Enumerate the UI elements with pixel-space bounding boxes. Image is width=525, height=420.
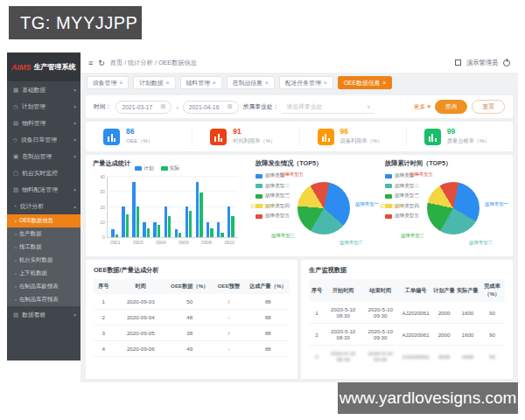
kpi-label: 时间利用率（%）	[233, 137, 276, 145]
chevron-icon: ▾	[74, 88, 76, 93]
bar	[196, 182, 199, 237]
close-icon[interactable]: ×	[213, 80, 216, 86]
bar	[231, 216, 234, 238]
sidebar-item[interactable]: ▦基础数据▾	[7, 81, 80, 98]
bar	[200, 192, 202, 237]
table-cell: 88	[247, 294, 290, 310]
sidebar-item[interactable]: ▢机台实时监控	[7, 164, 80, 181]
watermark-top-left: TG: MYYJJPP	[9, 6, 142, 39]
bar-chart-panel: 产量达成统计 计划实际 010203040 090109030904090609…	[93, 159, 248, 255]
table-cell: 2	[309, 324, 325, 346]
monitor-icon: ▢	[13, 170, 18, 177]
bar	[116, 234, 118, 238]
search-button[interactable]: 查询	[435, 100, 468, 114]
tab-label: OEE数据信息	[344, 79, 381, 88]
pie-chart-title: 故障累计时间（TOP5）	[385, 159, 508, 168]
sidebar-item[interactable]: ◔统计分析▴	[7, 198, 80, 214]
close-icon[interactable]: ×	[324, 80, 327, 86]
bar	[126, 214, 129, 237]
table-cell: 49	[168, 341, 211, 357]
kpi-row: 86OEE（%）91时间利用率（%）96设备利用率（%）99质量合格率（%）	[86, 122, 513, 151]
kpi-card-item: 91时间利用率（%）	[192, 127, 299, 146]
close-icon[interactable]: ×	[265, 80, 269, 86]
table-cell: 2020-09-05	[113, 326, 168, 341]
sidebar-item[interactable]: ◇设备日常管理▾	[7, 131, 80, 148]
refresh-icon[interactable]: ↻	[98, 59, 105, 67]
kpi-card-item: 86OEE（%）	[86, 127, 192, 146]
topbar: ≡ ↻ 首页 / 统计分析 / OEE数据信息 演示管理员	[80, 52, 518, 74]
sidebar-item[interactable]: ▨数据看板▾	[7, 306, 80, 323]
close-icon[interactable]: ×	[165, 80, 169, 86]
bar	[132, 182, 135, 237]
tab-label: 计划数据	[139, 79, 163, 88]
sidebar-subitem-label: 在制品库存报表	[19, 296, 59, 304]
tab-配送任务管理[interactable]: 配送任务管理×	[279, 76, 333, 89]
tab-计划数据[interactable]: 计划数据×	[133, 76, 175, 89]
sidebar-subitem[interactable]: ▫上下机数据	[7, 267, 80, 280]
bar	[136, 206, 139, 237]
bar-group	[228, 206, 234, 237]
date-start-input[interactable]: 2021-03-17 ⊞	[116, 101, 172, 114]
sidebar-item[interactable]: ▣在制品管理▾	[7, 148, 80, 164]
table-cell: 2000	[432, 346, 456, 368]
reset-button[interactable]: 重置	[472, 100, 505, 114]
sidebar-subitem[interactable]: ▫在制品库存报表	[7, 293, 80, 306]
table-cell: 38	[168, 326, 211, 341]
table-cell: 2020-5-10 09:30	[361, 346, 399, 368]
pie-slice-label: 故障类型四	[250, 203, 274, 209]
legend-item: 实际	[161, 164, 180, 172]
tab-在制品信息[interactable]: 在制品信息×	[227, 76, 275, 89]
table-cell: 2020-5-10 09:30	[361, 302, 399, 324]
bar	[178, 233, 181, 237]
dept-select-placeholder: 请选择事业处	[286, 102, 322, 111]
grid-icon: ▦	[13, 87, 18, 94]
table-cell: 3	[94, 326, 113, 341]
tab-label: 配送任务管理	[285, 79, 321, 88]
table-cell: 1600	[456, 302, 480, 324]
bar-group	[143, 222, 150, 238]
sidebar-subitem[interactable]: ▫报工数据	[7, 241, 80, 254]
time-filter-label: 时间：	[94, 102, 111, 111]
tab-OEE数据信息[interactable]: OEE数据信息×	[338, 76, 393, 89]
legend-swatch	[135, 166, 142, 171]
user-name[interactable]: 演示管理员	[466, 59, 498, 67]
date-end-input[interactable]: 2021-04-16 ⊞	[183, 101, 239, 114]
chevron-icon: ▾	[74, 137, 76, 143]
table-row: 32020-5-10 08:302020-5-10 09:30AJ2020061…	[309, 346, 505, 368]
collapse-sidebar-icon[interactable]: ≡	[88, 59, 93, 67]
close-icon[interactable]: ×	[382, 80, 386, 86]
sidebar-subitem[interactable]: ▫生产数据	[7, 228, 80, 241]
calendar-icon: ⊞	[161, 103, 166, 110]
kpi-value: 96	[340, 128, 383, 136]
x-tick-label: 0910	[224, 240, 234, 245]
column-header: 达成产量（%）	[247, 279, 290, 294]
table-cell: 1600	[456, 324, 480, 346]
dept-filter-label: 所属事业处：	[243, 102, 279, 111]
table-cell: 90	[480, 346, 505, 368]
dept-select[interactable]: 请选择事业处 ∨	[283, 101, 374, 114]
kpi-card-item: 99质量合格率（%）	[407, 127, 513, 146]
close-icon[interactable]: ×	[119, 80, 122, 86]
oee-table-title: OEE数据/产量达成分析	[94, 266, 290, 275]
y-tick-label: 20	[100, 205, 105, 210]
sidebar-subitem[interactable]: ▫OEE数据信息	[7, 214, 80, 228]
tab-label: 辅料管理	[186, 79, 210, 88]
fullscreen-icon[interactable]	[455, 60, 461, 66]
logout-power-icon[interactable]	[503, 60, 510, 66]
more-filters-button[interactable]: 更多 ▾	[414, 102, 430, 111]
sidebar-item-label: 统计分析	[20, 202, 44, 211]
pie-slice-label: 故障类型三	[271, 233, 295, 239]
column-header: OEE预警	[211, 279, 246, 294]
y-tick-label: 30	[100, 189, 105, 194]
tab-设备管理[interactable]: 设备管理×	[87, 76, 129, 89]
bar-chart-plot: 010203040	[107, 177, 238, 238]
tab-辅料管理[interactable]: 辅料管理×	[180, 76, 222, 89]
sidebar-subitem[interactable]: ▫在制品库龄报表	[7, 280, 80, 293]
sidebar-item[interactable]: ▧物料配送管理▾	[7, 181, 80, 198]
sidebar-subitem[interactable]: ▫机台实时数据	[7, 254, 80, 267]
legend-swatch	[256, 194, 262, 199]
breadcrumb: 首页 / 统计分析 / OEE数据信息	[110, 59, 197, 67]
x-tick-label: 0908	[201, 240, 212, 245]
sidebar-item[interactable]: ▤物料管理▾	[7, 115, 80, 131]
sidebar-item[interactable]: ◷计划管理▾	[7, 98, 80, 115]
